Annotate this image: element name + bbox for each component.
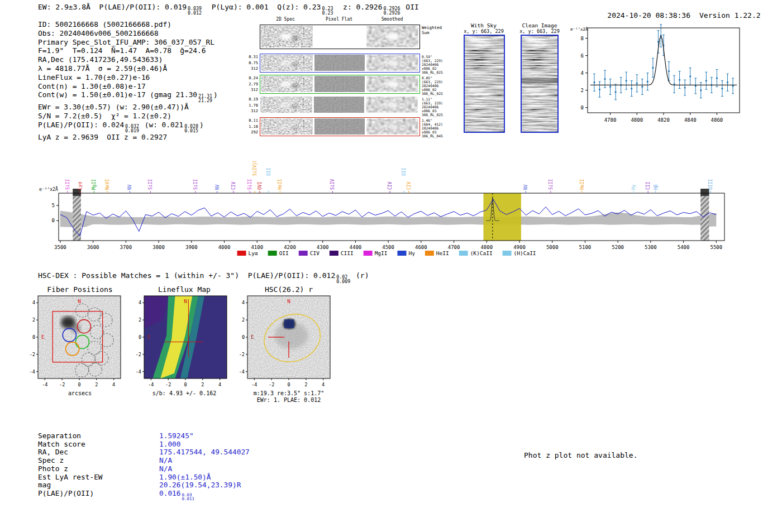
data-point bbox=[721, 88, 723, 89]
clean-image-title: Clean Image bbox=[515, 22, 564, 28]
x-tick-label: 4700 bbox=[448, 245, 460, 250]
text-segment: N/A bbox=[159, 456, 172, 464]
legend-label: Lyα bbox=[249, 250, 258, 256]
data-point bbox=[668, 70, 670, 72]
legend-swatch bbox=[364, 251, 373, 256]
clean-image-noise bbox=[522, 36, 557, 132]
data-point bbox=[626, 80, 627, 82]
x-tick-label: 4780 bbox=[604, 117, 617, 123]
match-table-label: Match score bbox=[38, 440, 85, 448]
spec2d-note-line: v006_03 bbox=[422, 109, 443, 113]
x-tick-label: 4860 bbox=[711, 117, 723, 123]
text-segment: Obs: 20240406v006_5002166668 bbox=[38, 29, 159, 37]
emission-line-label: HeII bbox=[580, 179, 585, 190]
x-tick-label: -2 bbox=[165, 382, 171, 387]
data-point bbox=[609, 86, 611, 88]
text-segment: 1.90(±1.50)Å bbox=[159, 473, 211, 481]
linefit-ylabel: e⁻¹⁷x2Å bbox=[570, 27, 588, 32]
spec2d-row-images bbox=[260, 96, 420, 115]
emission-line-label: NV bbox=[523, 184, 528, 190]
text-segment: F=1.9" T=0.124 N̄=1.47 A=0.78 ḡ=24.6 bbox=[38, 46, 206, 55]
text-segment: ) bbox=[213, 90, 218, 99]
legend-swatch bbox=[503, 251, 512, 256]
spec2d-row-note: 1.46"(664, 412)20240406v006_03306_RL_045 bbox=[422, 118, 443, 138]
legend-swatch bbox=[237, 251, 246, 256]
spec2d-row-note: 1.11"(663, 229)20240406v006_03306_RL_025 bbox=[422, 97, 443, 117]
legend-label: OII bbox=[279, 250, 289, 256]
spec2d-row-label-value: 0.31 bbox=[247, 54, 258, 60]
x-tick-label: 5000 bbox=[546, 245, 559, 250]
dark-blob bbox=[290, 126, 299, 131]
with-sky-title: With Sky bbox=[458, 22, 509, 28]
pixel-flat-image bbox=[314, 26, 365, 47]
lineflux-caption: s/b: 4.93 +/- 0.162 bbox=[128, 390, 240, 396]
spec2d-row-label-value: 0.75 bbox=[247, 60, 258, 66]
pixel-flat-noise bbox=[314, 76, 365, 92]
data-point bbox=[705, 80, 707, 82]
x-tick-label: 2 bbox=[201, 382, 204, 387]
text-segment: 175.417544, 49.544027 bbox=[159, 448, 250, 456]
match-table-label: P(LAE)/P(OII) bbox=[38, 489, 94, 497]
dark-blob bbox=[290, 84, 299, 88]
match-table-value: N/A bbox=[159, 464, 172, 473]
text-segment: ID: 5002166668 (5002166668.pdf) bbox=[38, 20, 171, 28]
masked-region-cap bbox=[700, 189, 709, 196]
compass-east-label: E bbox=[41, 334, 45, 340]
x-tick-label: 4 bbox=[218, 382, 221, 387]
x-tick-label: -4 bbox=[42, 382, 47, 387]
y-tick-label: 4 bbox=[139, 300, 141, 305]
emission-line-label: Lyα bbox=[78, 181, 83, 190]
sup-sub-value: 21.3121.29 bbox=[198, 94, 212, 103]
y-tick-label: 0 bbox=[32, 334, 35, 340]
legend-swatch bbox=[397, 251, 406, 256]
text-segment: (w: 0.021 bbox=[140, 121, 183, 129]
spec2d-row-images bbox=[260, 25, 420, 49]
emission-blob-smoothed bbox=[386, 123, 399, 130]
sub-value: 0.011 bbox=[182, 497, 195, 501]
text-segment: HSC-DEX : Possible Matches = 1 (within +… bbox=[38, 271, 335, 280]
x-tick-label: 5300 bbox=[645, 245, 657, 250]
x-tick-label: 0 bbox=[78, 382, 80, 387]
summary-line: P(LAE)/P(OII): 0.0240.0320.019 (w: 0.021… bbox=[38, 121, 218, 133]
data-point bbox=[631, 88, 632, 89]
legend-swatch bbox=[268, 251, 277, 256]
x-tick-label: 4 bbox=[112, 382, 115, 387]
cutout-content: NE bbox=[38, 296, 121, 378]
detection-highlight-band bbox=[483, 193, 521, 241]
source-marker-square bbox=[284, 319, 294, 328]
sup-sub-value: 0.030.011 bbox=[182, 493, 195, 501]
emission-line-label: SiII bbox=[193, 179, 198, 190]
y-tick-label: -4 bbox=[30, 369, 35, 375]
x-tick-label: 3500 bbox=[54, 245, 66, 250]
x-tick-label: 5200 bbox=[612, 245, 624, 250]
emission-line-label: SiIV bbox=[330, 179, 335, 190]
fiber-xlabel: arcsecs bbox=[24, 390, 136, 396]
match-table-label: Est LyA rest-EW bbox=[38, 473, 103, 481]
text-segment: N/A bbox=[159, 464, 172, 473]
spec2d-note-line: (663, 229) bbox=[422, 101, 443, 105]
x-tick-label: -2 bbox=[59, 382, 65, 387]
match-table-label: mag bbox=[38, 481, 51, 489]
y-tick-label: 2 bbox=[139, 317, 141, 323]
emission-blob-smoothed bbox=[386, 33, 399, 40]
y-tick-label: 4 bbox=[581, 70, 584, 76]
spec2d-row-label-value: 312 bbox=[247, 66, 258, 72]
data-point bbox=[647, 81, 649, 83]
emission-line-label: SiII bbox=[148, 179, 153, 190]
text-segment: 20.26(19.54,23.39)R bbox=[159, 481, 241, 489]
x-tick-label: 4900 bbox=[513, 245, 526, 250]
spec2d-row-labels: 0.310.75312 bbox=[247, 54, 258, 72]
y-tick-label: 2 bbox=[242, 317, 245, 323]
spec2d-row-label-value: 0.11 bbox=[247, 118, 258, 124]
x-tick-label: 3900 bbox=[185, 245, 198, 250]
data-point bbox=[716, 77, 718, 79]
spec2d-note-line: (663, 229) bbox=[422, 80, 443, 84]
data-point bbox=[652, 67, 654, 69]
spec2d-row-images bbox=[260, 75, 420, 94]
text-segment: ) bbox=[199, 121, 204, 129]
sub-value: 0.019 bbox=[125, 128, 139, 133]
spec2d-row-images bbox=[260, 54, 420, 73]
spectrum-chart: 3500360037003800390040004100420043004400… bbox=[34, 161, 743, 260]
x-tick-label: 4820 bbox=[657, 117, 670, 123]
emission-line-label: NeVI bbox=[105, 179, 110, 190]
